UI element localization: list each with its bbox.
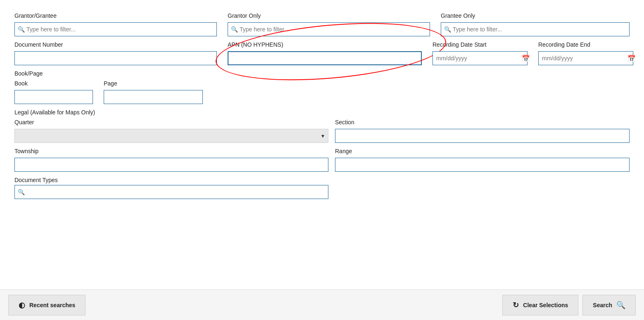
grantor-only-input[interactable] [228,22,430,36]
legal-section: Legal (Available for Maps Only) Quarter … [14,109,630,172]
range-label: Range [335,148,630,154]
bookpage-row: Book Page [14,80,630,104]
grantor-grantee-input[interactable] [14,22,217,36]
search-button[interactable]: Search 🔍 [582,295,636,315]
page-group: Page [104,80,203,104]
document-number-label: Document Number [14,41,221,48]
row-docnum-apn-dates: Document Number APN (NO HYPHENS) Recordi… [14,41,630,65]
recording-date-start-label: Recording Date Start [433,41,532,48]
document-types-label: Document Types [14,177,630,183]
section-group: Section [335,119,630,143]
footer-left: ◐ Recent searches [8,295,86,315]
apn-group: APN (NO HYPHENS) [228,41,426,65]
legal-label: Legal (Available for Maps Only) [14,109,630,116]
recording-date-end-label: Recording Date End [538,41,637,48]
clear-selections-button[interactable]: ↻ Clear Selections [502,295,578,315]
grantee-only-group: Grantee Only 🔍 [441,12,630,36]
recording-date-start-input[interactable] [433,51,528,65]
grantee-only-label: Grantee Only [441,12,630,19]
book-input[interactable] [14,90,93,104]
quarter-select-wrapper: ▾ [14,129,328,143]
quarter-select[interactable] [14,129,328,143]
recording-date-start-group: Recording Date Start 📅 [433,41,532,65]
footer-right: ↻ Clear Selections Search 🔍 [502,295,636,315]
document-types-input-wrapper: 🔍 [14,185,630,199]
range-group: Range [335,148,630,172]
document-number-group: Document Number [14,41,221,65]
bookpage-label: Book/Page [14,70,630,77]
form-container: Grantor/Grantee 🔍 Grantor Only 🔍 Grantee… [8,8,636,210]
grantor-grantee-search-icon: 🔍 [18,26,25,33]
recent-searches-button[interactable]: ◐ Recent searches [8,295,86,315]
grantor-only-label: Grantor Only [228,12,434,19]
recording-date-end-input[interactable] [538,51,633,65]
grantor-grantee-input-wrapper: 🔍 [14,22,221,36]
clear-selections-refresh-icon: ↻ [513,301,519,310]
range-input[interactable] [335,158,630,172]
grantee-only-input-wrapper: 🔍 [441,22,630,36]
quarter-group: Quarter ▾ [14,119,328,143]
grantee-only-search-icon: 🔍 [444,26,451,33]
recording-date-start-calendar-icon[interactable]: 📅 [522,55,530,62]
page-input[interactable] [104,90,203,104]
grantor-only-input-wrapper: 🔍 [228,22,434,36]
section-input[interactable] [335,129,630,143]
recording-date-end-group: Recording Date End 📅 [538,41,637,65]
grantor-only-group: Grantor Only 🔍 [228,12,434,36]
quarter-label: Quarter [14,119,328,126]
bookpage-section: Book/Page Book Page [14,70,630,104]
section-label: Section [335,119,630,126]
recording-date-end-calendar-icon[interactable]: 📅 [627,55,636,62]
grantee-only-input[interactable] [441,22,630,36]
row-grantor-grantee: Grantor/Grantee 🔍 Grantor Only 🔍 Grantee… [14,12,630,36]
apn-label: APN (NO HYPHENS) [228,41,426,48]
document-number-input[interactable] [14,51,217,65]
footer: ◐ Recent searches ↻ Clear Selections Sea… [0,289,644,320]
document-types-section: Document Types 🔍 [14,177,630,199]
search-button-label: Search [593,302,612,308]
quarter-section-row: Quarter ▾ Section [14,119,630,143]
apn-input[interactable] [228,51,422,65]
recent-searches-label: Recent searches [29,302,75,308]
page-label: Page [104,80,203,87]
search-button-icon: 🔍 [616,301,625,310]
township-input[interactable] [14,158,328,172]
book-group: Book [14,80,97,104]
clear-selections-label: Clear Selections [523,302,568,308]
recording-date-end-wrapper: 📅 [538,51,637,65]
grantor-only-search-icon: 🔍 [231,26,238,33]
document-types-search-icon: 🔍 [18,189,25,195]
book-label: Book [14,80,97,87]
grantor-grantee-group: Grantor/Grantee 🔍 [14,12,221,36]
grantor-grantee-label: Grantor/Grantee [14,12,221,19]
township-label: Township [14,148,328,154]
recording-date-start-wrapper: 📅 [433,51,532,65]
document-types-input[interactable] [14,185,328,199]
township-range-row: Township Range [14,148,630,172]
recent-searches-clock-icon: ◐ [19,301,25,310]
township-group: Township [14,148,328,172]
